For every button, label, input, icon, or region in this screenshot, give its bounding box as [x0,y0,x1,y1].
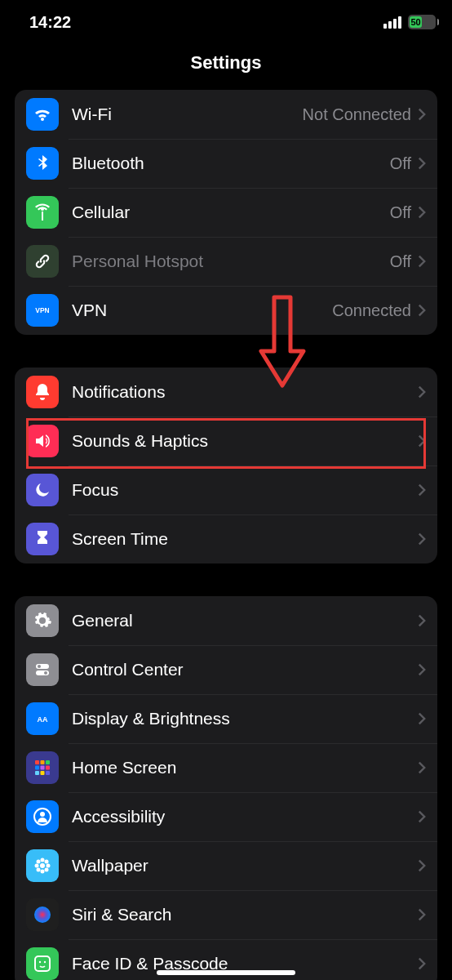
svg-rect-11 [46,766,50,770]
svg-rect-9 [35,766,39,770]
row-label: Notifications [72,382,418,402]
status-bar: 14:22 50 [0,0,452,44]
row-value: Not Connected [303,105,411,124]
settings-row-sounds[interactable]: Sounds & Haptics [15,416,437,466]
person-icon [26,800,59,833]
siri-icon [26,898,59,931]
chevron-right-icon [418,614,426,627]
svg-point-26 [34,906,51,923]
row-label: Home Screen [72,758,418,777]
chevron-right-icon [418,108,426,121]
face-icon [26,947,59,980]
grid-icon [26,751,59,784]
settings-row-notifications[interactable]: Notifications [15,368,437,416]
chevron-right-icon [418,385,426,399]
row-label: Control Center [72,660,418,679]
svg-point-29 [44,961,46,963]
chevron-right-icon [418,483,426,497]
svg-rect-8 [46,760,50,764]
bell-icon [26,376,59,408]
hourglass-icon [26,523,59,555]
settings-row-bluetooth[interactable]: BluetoothOff [15,139,437,188]
settings-row-general[interactable]: General [15,596,437,645]
row-label: Accessibility [72,807,418,826]
chevron-right-icon [418,957,426,970]
settings-group: Wi-FiNot ConnectedBluetoothOffCellularOf… [15,90,437,335]
svg-rect-10 [41,766,45,770]
row-label: Bluetooth [72,154,390,173]
settings-row-wallpaper[interactable]: Wallpaper [15,841,437,890]
chevron-right-icon [418,663,426,676]
settings-row-cellular[interactable]: CellularOff [15,188,437,237]
chevron-right-icon [418,908,426,921]
svg-point-18 [41,858,45,862]
settings-row-homescreen[interactable]: Home Screen [15,743,437,792]
svg-point-19 [41,870,45,874]
chevron-right-icon [418,859,426,872]
svg-rect-13 [41,771,45,775]
settings-row-siri[interactable]: Siri & Search [15,890,437,939]
chevron-right-icon [418,810,426,823]
svg-rect-27 [35,956,50,971]
settings-row-wifi[interactable]: Wi-FiNot Connected [15,90,437,139]
moon-icon [26,474,59,506]
settings-group: NotificationsSounds & HapticsFocusScreen… [15,368,437,564]
row-label: Siri & Search [72,905,418,924]
row-label: Screen Time [72,529,418,549]
settings-group: GeneralControl CenterAADisplay & Brightn… [15,596,437,980]
svg-text:VPN: VPN [35,306,49,314]
svg-rect-14 [46,771,50,775]
svg-point-2 [38,665,41,668]
row-label: Display & Brightness [72,709,418,728]
chevron-right-icon [418,304,426,317]
svg-rect-6 [35,760,39,764]
row-label: Personal Hotspot [72,252,390,271]
antenna-icon [26,196,59,229]
home-indicator[interactable] [157,970,295,975]
status-time: 14:22 [29,13,71,32]
flower-icon [26,849,59,882]
vpn-icon: VPN [26,294,59,327]
settings-row-hotspot[interactable]: Personal HotspotOff [15,237,437,286]
row-label: Sounds & Haptics [72,431,418,451]
gear-icon [26,604,59,637]
row-value: Connected [332,301,411,320]
settings-row-screentime[interactable]: Screen Time [15,514,437,564]
row-label: Wi-Fi [72,105,303,124]
svg-text:AA: AA [38,715,48,724]
svg-point-28 [39,961,41,963]
chevron-right-icon [418,712,426,725]
svg-rect-7 [41,760,45,764]
svg-point-16 [40,812,45,817]
chevron-right-icon [418,255,426,268]
chevron-right-icon [418,157,426,170]
chevron-right-icon [418,206,426,219]
svg-point-22 [37,860,41,864]
svg-point-21 [47,864,51,868]
settings-row-accessibility[interactable]: Accessibility [15,792,437,841]
row-label: VPN [72,301,332,320]
settings-row-display[interactable]: AADisplay & Brightness [15,694,437,743]
chevron-right-icon [418,532,426,546]
link-icon [26,245,59,278]
speaker-icon [26,425,59,457]
row-value: Off [390,252,411,271]
settings-row-focus[interactable]: Focus [15,466,437,514]
aa-icon: AA [26,702,59,735]
toggles-icon [26,653,59,686]
row-label: General [72,611,418,630]
settings-row-vpn[interactable]: VPNVPNConnected [15,286,437,335]
svg-point-24 [37,868,41,872]
svg-point-20 [35,864,39,868]
page-title: Settings [0,44,452,90]
wifi-icon [26,98,59,131]
chevron-right-icon [418,434,426,448]
svg-point-17 [40,863,45,868]
svg-point-4 [44,671,47,675]
battery-icon: 50 [408,15,429,29]
settings-row-controlcenter[interactable]: Control Center [15,645,437,694]
status-right: 50 [383,15,429,29]
svg-point-23 [45,860,49,864]
row-value: Off [390,203,411,222]
row-label: Wallpaper [72,856,418,875]
